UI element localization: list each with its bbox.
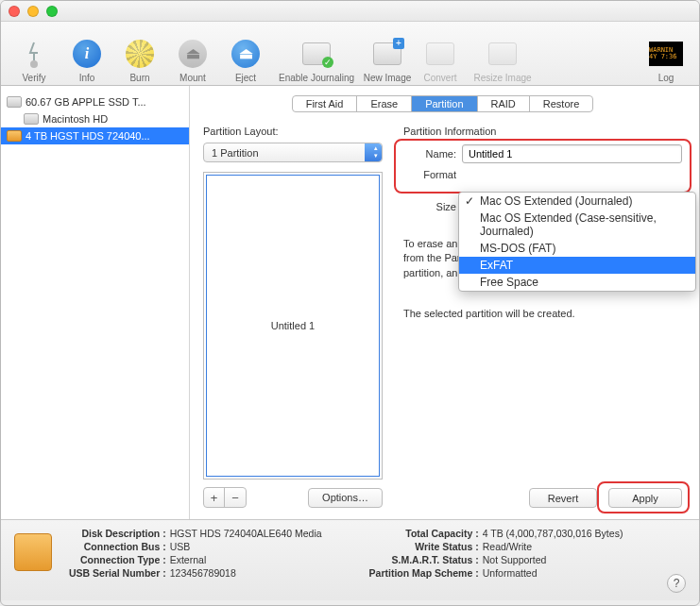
- name-field-label: Name:: [403, 148, 456, 160]
- sidebar-item-volume0[interactable]: Macintosh HD: [1, 110, 189, 127]
- smart-status-value: Not Supported: [483, 554, 623, 565]
- format-dropdown-menu: Mac OS Extended (Journaled) Mac OS Exten…: [458, 192, 696, 292]
- disk-icon: [7, 130, 22, 142]
- toolbar: Verify i Info Burn ⏏ Mount ⏏ Eject ✓ Ena…: [1, 22, 699, 86]
- partition-segment-label: Untitled 1: [271, 320, 315, 331]
- partition-layout-value: 1 Partition: [212, 147, 259, 159]
- total-capacity-value: 4 TB (4,000,787,030,016 Bytes): [483, 528, 623, 539]
- mount-label: Mount: [179, 73, 206, 83]
- verify-button[interactable]: Verify: [9, 28, 60, 83]
- journal-icon: ✓: [302, 42, 331, 65]
- partition-diagram-segment[interactable]: Untitled 1: [206, 175, 380, 477]
- partition-layout-select[interactable]: 1 Partition: [203, 143, 383, 162]
- log-label: Log: [658, 73, 674, 83]
- write-status-key: Write Status :: [369, 541, 479, 552]
- connection-type-key: Connection Type :: [69, 554, 166, 565]
- enable-journaling-label: Enable Journaling: [279, 73, 354, 83]
- partition-info-label: Partition Information: [403, 126, 682, 137]
- mount-button[interactable]: ⏏ Mount: [167, 28, 218, 83]
- partition-layout-label: Partition Layout:: [203, 126, 383, 137]
- help-text-created: The selected partition will be created.: [403, 307, 682, 321]
- format-field-label: Format: [403, 169, 456, 180]
- tab-partition[interactable]: Partition: [412, 96, 477, 111]
- eject-button[interactable]: ⏏ Eject: [220, 28, 271, 83]
- resize-image-button[interactable]: Resize Image: [468, 28, 538, 83]
- enable-journaling-button[interactable]: ✓ Enable Journaling: [273, 28, 360, 83]
- svg-point-0: [30, 60, 38, 68]
- resize-image-label: Resize Image: [473, 73, 531, 83]
- partition-diagram[interactable]: Untitled 1: [203, 172, 383, 480]
- tab-restore[interactable]: Restore: [530, 96, 593, 111]
- partition-map-value: Unformatted: [483, 567, 623, 579]
- tab-bar: First Aid Erase Partition RAID Restore: [292, 95, 594, 112]
- zoom-window-button[interactable]: [46, 6, 58, 17]
- resize-icon: [488, 42, 517, 65]
- burn-label: Burn: [129, 73, 149, 83]
- disk-info-footer: Disk Description : HGST HDS 724040ALE640…: [1, 519, 699, 600]
- format-option[interactable]: ExFAT: [459, 257, 695, 274]
- close-window-button[interactable]: [9, 6, 20, 17]
- write-status-value: Read/Write: [483, 541, 623, 552]
- disk-icon: [7, 96, 22, 108]
- connection-bus-value: USB: [170, 541, 322, 552]
- apply-button[interactable]: Apply: [608, 488, 682, 508]
- sidebar-item-label: Macintosh HD: [43, 113, 108, 125]
- size-field-label: Size: [403, 201, 456, 212]
- log-icon: WARNIN 4Y 7:36: [649, 42, 683, 66]
- info-label: Info: [79, 73, 95, 83]
- disk-icon: [14, 533, 52, 571]
- burn-button[interactable]: Burn: [114, 28, 165, 83]
- format-option[interactable]: Mac OS Extended (Case-sensitive, Journal…: [459, 210, 695, 240]
- new-image-icon: +: [373, 42, 401, 65]
- help-button[interactable]: ?: [667, 574, 686, 593]
- convert-button[interactable]: Convert: [415, 28, 466, 83]
- options-button[interactable]: Options…: [308, 488, 383, 508]
- add-partition-button[interactable]: +: [204, 488, 225, 507]
- sidebar-item-disk1[interactable]: 4 TB HGST HDS 724040...: [1, 127, 189, 144]
- format-option[interactable]: Free Space: [459, 274, 695, 291]
- minimize-window-button[interactable]: [27, 6, 39, 17]
- smart-status-key: S.M.A.R.T. Status :: [369, 554, 479, 565]
- tab-raid[interactable]: RAID: [478, 96, 530, 111]
- disk-description-value: HGST HDS 724040ALE640 Media: [170, 528, 322, 539]
- sidebar-item-label: 4 TB HGST HDS 724040...: [26, 130, 150, 142]
- new-image-button[interactable]: + New Image: [362, 28, 413, 83]
- format-option[interactable]: Mac OS Extended (Journaled): [459, 193, 695, 210]
- convert-label: Convert: [423, 73, 456, 83]
- burn-icon: [126, 40, 154, 68]
- usb-serial-value: 123456789018: [170, 567, 322, 579]
- tab-erase[interactable]: Erase: [357, 96, 412, 111]
- log-button[interactable]: WARNIN 4Y 7:36 Log: [640, 28, 691, 83]
- eject-label: Eject: [235, 73, 256, 83]
- remove-partition-button[interactable]: −: [225, 488, 246, 507]
- revert-button[interactable]: Revert: [529, 488, 597, 508]
- eject-icon: ⏏: [231, 40, 260, 68]
- format-option[interactable]: MS-DOS (FAT): [459, 240, 695, 257]
- tab-first-aid[interactable]: First Aid: [293, 96, 358, 111]
- partition-name-input[interactable]: [462, 144, 682, 163]
- new-image-label: New Image: [364, 73, 412, 83]
- connection-bus-key: Connection Bus :: [69, 541, 166, 552]
- info-button[interactable]: i Info: [61, 28, 112, 83]
- window-titlebar: [1, 1, 699, 22]
- mount-icon: ⏏: [179, 40, 207, 68]
- partition-map-key: Partition Map Scheme :: [369, 567, 479, 579]
- sidebar-item-label: 60.67 GB APPLE SSD T...: [26, 96, 146, 108]
- convert-icon: [426, 42, 454, 65]
- verify-label: Verify: [22, 73, 45, 83]
- disk-sidebar: 60.67 GB APPLE SSD T... Macintosh HD 4 T…: [1, 86, 190, 519]
- disk-icon: [24, 113, 39, 125]
- sidebar-item-disk0[interactable]: 60.67 GB APPLE SSD T...: [1, 93, 189, 110]
- info-icon: i: [73, 40, 101, 68]
- total-capacity-key: Total Capacity :: [369, 528, 479, 539]
- usb-serial-key: USB Serial Number :: [69, 567, 166, 579]
- disk-description-key: Disk Description :: [69, 528, 166, 539]
- connection-type-value: External: [170, 554, 322, 565]
